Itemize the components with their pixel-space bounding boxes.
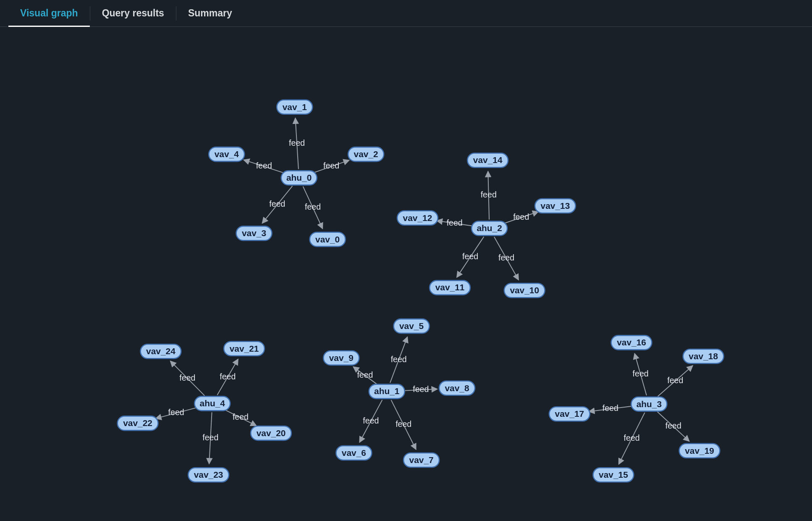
graph-node-vav_18[interactable]: vav_18 [683, 349, 724, 363]
tab-visual-graph[interactable]: Visual graph [8, 0, 90, 26]
svg-rect-24 [631, 397, 667, 411]
svg-rect-8 [535, 199, 576, 213]
svg-rect-20 [323, 351, 359, 365]
graph-node-ahu_3[interactable]: ahu_3 [631, 397, 667, 411]
edge-label: feed [202, 433, 218, 442]
graph-node-vav_8[interactable]: vav_8 [439, 381, 475, 395]
edge-label: feed [168, 408, 184, 417]
svg-rect-7 [467, 153, 508, 168]
graph-node-ahu_1[interactable]: ahu_1 [369, 384, 405, 399]
graph-node-vav_15[interactable]: vav_15 [593, 468, 634, 482]
svg-rect-27 [549, 407, 590, 421]
edge-label: feed [481, 190, 497, 199]
svg-rect-12 [194, 396, 230, 410]
tabs-bar: Visual graph Query results Summary [0, 0, 812, 27]
svg-rect-9 [397, 211, 438, 225]
edge-label: feed [179, 373, 195, 382]
svg-rect-26 [683, 349, 724, 363]
svg-rect-14 [224, 342, 265, 356]
edge-label: feed [363, 416, 379, 425]
svg-rect-3 [209, 147, 244, 161]
svg-rect-22 [336, 446, 372, 460]
svg-rect-21 [439, 381, 475, 395]
svg-rect-5 [310, 232, 346, 247]
svg-rect-18 [369, 384, 405, 399]
edge-label: feed [513, 212, 529, 221]
edge-label: feed [289, 138, 305, 147]
edge-label: feed [602, 403, 618, 413]
svg-rect-23 [403, 453, 439, 467]
edge-label: feed [462, 252, 478, 261]
edge-label: feed [233, 412, 249, 421]
svg-rect-17 [188, 468, 229, 482]
edge-label: feed [305, 202, 321, 211]
edge-label: feed [269, 199, 285, 208]
edge-label: feed [447, 218, 463, 227]
svg-rect-4 [236, 226, 272, 240]
graph-canvas[interactable]: feedfeedfeedfeedfeedfeedfeedfeedfeedfeed… [0, 27, 812, 521]
graph-node-vav_20[interactable]: vav_20 [251, 426, 291, 440]
svg-rect-2 [348, 147, 384, 161]
svg-rect-25 [611, 335, 652, 350]
graph-node-vav_4[interactable]: vav_4 [209, 147, 244, 161]
graph-node-vav_11[interactable]: vav_11 [430, 281, 470, 295]
graph-node-ahu_0[interactable]: ahu_0 [281, 171, 317, 185]
graph-node-vav_21[interactable]: vav_21 [224, 342, 265, 356]
edge-label: feed [413, 384, 429, 394]
graph-node-vav_17[interactable]: vav_17 [549, 407, 590, 421]
graph-node-vav_1[interactable]: vav_1 [277, 100, 312, 114]
graph-node-vav_19[interactable]: vav_19 [679, 444, 720, 458]
svg-rect-29 [593, 468, 634, 482]
graph-node-vav_23[interactable]: vav_23 [188, 468, 229, 482]
graph-node-vav_2[interactable]: vav_2 [348, 147, 384, 161]
graph-node-vav_3[interactable]: vav_3 [236, 226, 272, 240]
graph-node-vav_9[interactable]: vav_9 [323, 351, 359, 365]
graph-svg[interactable]: feedfeedfeedfeedfeedfeedfeedfeedfeedfeed… [0, 27, 812, 521]
graph-node-vav_24[interactable]: vav_24 [141, 344, 181, 358]
graph-node-vav_10[interactable]: vav_10 [504, 283, 545, 297]
edge-label: feed [633, 369, 649, 378]
graph-node-vav_16[interactable]: vav_16 [611, 335, 652, 350]
svg-rect-13 [141, 344, 181, 358]
edge-label: feed [396, 419, 411, 429]
svg-rect-16 [251, 426, 291, 440]
edge-label: feed [498, 253, 514, 262]
graph-node-vav_14[interactable]: vav_14 [467, 153, 508, 168]
graph-node-vav_5[interactable]: vav_5 [394, 319, 430, 333]
svg-rect-28 [679, 444, 720, 458]
graph-node-vav_0[interactable]: vav_0 [310, 232, 346, 247]
edge-label: feed [220, 372, 236, 381]
graph-node-ahu_4[interactable]: ahu_4 [194, 396, 230, 410]
edge-label: feed [256, 161, 272, 170]
edge-label: feed [323, 161, 339, 170]
svg-rect-11 [504, 283, 545, 297]
svg-rect-1 [277, 100, 312, 114]
edge-label: feed [391, 355, 407, 364]
graph-node-vav_13[interactable]: vav_13 [535, 199, 576, 213]
graph-node-vav_6[interactable]: vav_6 [336, 446, 372, 460]
tab-summary[interactable]: Summary [176, 0, 244, 26]
svg-rect-6 [471, 221, 507, 236]
svg-rect-10 [430, 281, 470, 295]
svg-rect-0 [281, 171, 317, 185]
graph-node-vav_22[interactable]: vav_22 [118, 416, 158, 430]
graph-node-vav_7[interactable]: vav_7 [403, 453, 439, 467]
edge-label: feed [624, 433, 640, 442]
edge-label: feed [665, 421, 681, 430]
edge-label: feed [667, 376, 683, 385]
edge-label: feed [357, 370, 373, 379]
tab-query-results[interactable]: Query results [90, 0, 176, 26]
graph-node-ahu_2[interactable]: ahu_2 [471, 221, 507, 236]
graph-node-vav_12[interactable]: vav_12 [397, 211, 438, 225]
svg-rect-15 [118, 416, 158, 430]
svg-rect-19 [394, 319, 430, 333]
